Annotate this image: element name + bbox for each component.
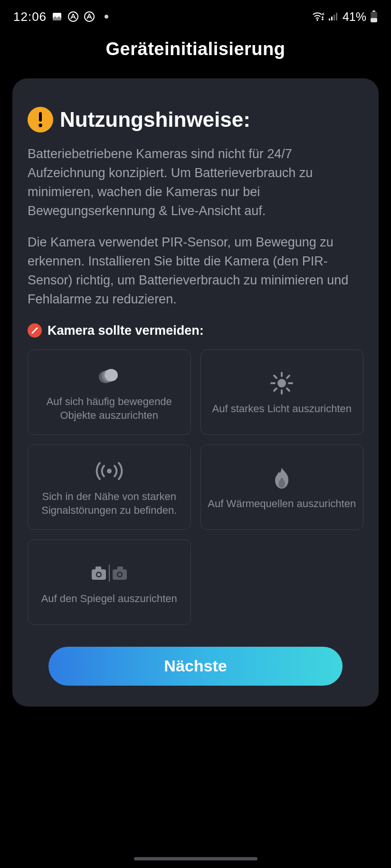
sun-icon — [269, 369, 294, 397]
circle-a-icon-2 — [84, 11, 95, 22]
next-button-label: Nächste — [164, 657, 227, 675]
tile-label: Auf sich häufig bewegende Objekte auszur… — [32, 395, 187, 422]
svg-rect-5 — [329, 19, 330, 20]
notification-dot-icon — [105, 15, 108, 19]
svg-rect-7 — [334, 15, 335, 20]
svg-rect-11 — [371, 18, 377, 22]
tile-label: Auf den Spiegel auszurichten — [41, 592, 177, 605]
svg-line-23 — [274, 376, 277, 378]
status-time: 12:06 — [13, 9, 47, 24]
avoid-heading-row: Kamera sollte vermeiden: — [28, 323, 363, 338]
content-card: Nutzungshinweise: Batteriebetriebene Kam… — [12, 78, 379, 707]
svg-line-14 — [32, 328, 37, 333]
svg-rect-30 — [95, 566, 101, 570]
svg-rect-8 — [336, 13, 337, 20]
avoid-label: Kamera sollte vermeiden: — [48, 323, 204, 338]
motion-blur-icon — [95, 362, 124, 390]
svg-line-24 — [287, 388, 289, 391]
gallery-icon — [51, 11, 63, 22]
tile-label: Auf starkes Licht auszurichten — [212, 402, 352, 415]
status-left: 12:06 — [13, 9, 108, 24]
svg-rect-9 — [372, 10, 375, 12]
svg-point-17 — [105, 369, 118, 381]
svg-point-2 — [85, 12, 94, 21]
svg-point-13 — [38, 123, 42, 127]
mirror-cameras-icon — [88, 559, 131, 587]
tile-label: Auf Wärmequellen auszurichten — [208, 497, 356, 510]
avoid-tile-grid: Auf sich häufig bewegende Objekte auszur… — [28, 349, 363, 625]
page-title: Geräteinitialisierung — [0, 39, 391, 59]
status-right: 6 41% — [312, 10, 378, 24]
svg-point-3 — [316, 19, 318, 21]
tile-moving-objects: Auf sich häufig bewegende Objekte auszur… — [28, 349, 191, 435]
tile-heat-sources: Auf Wärmequellen auszurichten — [200, 444, 364, 530]
tile-label: Sich in der Nähe von starken Signalstöru… — [32, 490, 187, 517]
heading-text: Nutzungshinweise: — [60, 108, 250, 132]
svg-point-27 — [107, 469, 112, 473]
svg-rect-12 — [39, 112, 42, 122]
flame-icon — [271, 464, 292, 492]
heading-row: Nutzungshinweise: — [28, 107, 363, 132]
signal-icon — [328, 12, 339, 21]
svg-point-36 — [118, 573, 121, 576]
svg-point-32 — [97, 573, 100, 576]
nav-handle[interactable] — [134, 857, 257, 860]
svg-line-26 — [287, 376, 289, 378]
svg-point-18 — [277, 379, 286, 387]
tile-signal-interference: Sich in der Nähe von starken Signalstöru… — [28, 444, 191, 530]
svg-line-25 — [274, 388, 277, 391]
svg-rect-6 — [331, 17, 333, 20]
battery-percent: 41% — [343, 10, 366, 24]
circle-a-icon — [67, 11, 79, 22]
svg-point-1 — [68, 12, 78, 21]
paragraph-2: Die Kamera verwendet PIR-Sensor, um Bewe… — [28, 233, 363, 309]
svg-rect-34 — [117, 566, 123, 570]
svg-text:6: 6 — [322, 12, 324, 16]
tile-mirror: Auf den Spiegel auszurichten — [28, 539, 191, 625]
prohibit-icon — [28, 323, 42, 338]
wifi-icon: 6 — [312, 11, 324, 22]
tile-strong-light: Auf starkes Licht auszurichten — [200, 349, 364, 435]
status-bar: 12:06 6 — [0, 0, 391, 33]
warning-icon — [28, 107, 53, 132]
next-button[interactable]: Nächste — [48, 647, 343, 686]
battery-icon — [370, 10, 378, 23]
paragraph-1: Batteriebetriebene Kameras sind nicht fü… — [28, 145, 363, 221]
signal-waves-icon — [93, 457, 126, 485]
